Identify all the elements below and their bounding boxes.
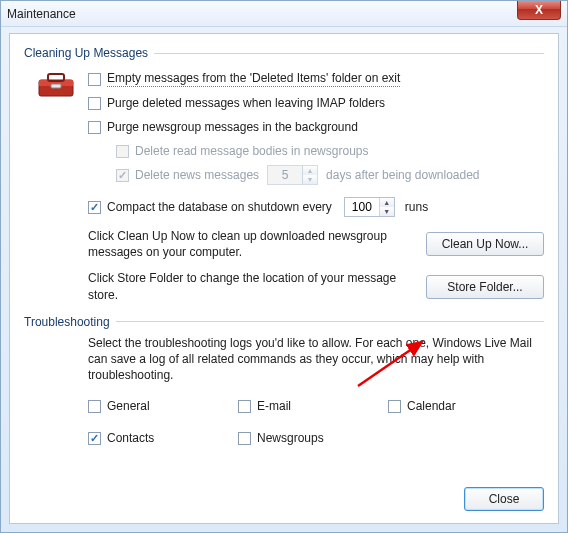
general-label: General — [107, 399, 150, 413]
email-label: E-mail — [257, 399, 291, 413]
calendar-checkbox[interactable] — [388, 400, 401, 413]
purge-newsgroup-label: Purge newsgroup messages in the backgrou… — [107, 120, 358, 134]
contacts-label: Contacts — [107, 431, 154, 445]
chevron-down-icon[interactable]: ▼ — [380, 207, 394, 216]
svg-rect-3 — [51, 84, 61, 88]
purge-imap-checkbox[interactable] — [88, 97, 101, 110]
empty-deleted-checkbox[interactable] — [88, 73, 101, 86]
store-folder-button[interactable]: Store Folder... — [426, 275, 544, 299]
toolbox-icon — [36, 70, 76, 100]
close-button[interactable]: Close — [464, 487, 544, 511]
close-window-button[interactable]: X — [517, 1, 561, 20]
calendar-label: Calendar — [407, 399, 456, 413]
troubleshooting-group-header: Troubleshooting — [24, 315, 544, 329]
store-folder-description: Click Store Folder to change the locatio… — [88, 270, 414, 302]
chevron-up-icon: ▲ — [303, 166, 317, 175]
newsgroups-label: Newsgroups — [257, 431, 324, 445]
delete-news-checkbox — [116, 169, 129, 182]
chevron-down-icon: ▼ — [303, 175, 317, 184]
close-icon: X — [535, 3, 543, 17]
client-area: Cleaning Up Messages Empty messages fr — [9, 33, 559, 524]
compact-checkbox[interactable] — [88, 201, 101, 214]
compact-runs-input[interactable] — [345, 198, 379, 216]
maintenance-window: Maintenance X Cleaning Up Messages — [0, 0, 568, 533]
newsgroups-checkbox[interactable] — [238, 432, 251, 445]
cleaning-group-label: Cleaning Up Messages — [24, 46, 154, 60]
troubleshooting-group-label: Troubleshooting — [24, 315, 116, 329]
delete-news-days-spinner: ▲▼ — [267, 165, 318, 185]
compact-label: Compact the database on shutdown every — [107, 200, 332, 214]
compact-suffix: runs — [405, 200, 428, 214]
delete-read-bodies-label: Delete read message bodies in newsgroups — [135, 144, 368, 158]
empty-deleted-label: Empty messages from the 'Deleted Items' … — [107, 71, 400, 87]
email-checkbox[interactable] — [238, 400, 251, 413]
compact-runs-spinner[interactable]: ▲▼ — [344, 197, 395, 217]
purge-imap-label: Purge deleted messages when leaving IMAP… — [107, 96, 385, 110]
general-checkbox[interactable] — [88, 400, 101, 413]
cleaning-group-header: Cleaning Up Messages — [24, 46, 544, 60]
divider — [116, 321, 544, 322]
delete-read-bodies-checkbox — [116, 145, 129, 158]
troubleshooting-description: Select the troubleshooting logs you'd li… — [88, 335, 544, 384]
cleanup-description: Click Clean Up Now to clean up downloade… — [88, 228, 414, 260]
divider — [154, 53, 544, 54]
contacts-checkbox[interactable] — [88, 432, 101, 445]
clean-up-now-button[interactable]: Clean Up Now... — [426, 232, 544, 256]
delete-news-label: Delete news messages — [135, 168, 259, 182]
chevron-up-icon[interactable]: ▲ — [380, 198, 394, 207]
purge-newsgroup-checkbox[interactable] — [88, 121, 101, 134]
delete-news-suffix: days after being downloaded — [326, 168, 479, 182]
window-title: Maintenance — [7, 7, 76, 21]
titlebar: Maintenance X — [1, 1, 567, 27]
delete-news-days-input — [268, 166, 302, 184]
